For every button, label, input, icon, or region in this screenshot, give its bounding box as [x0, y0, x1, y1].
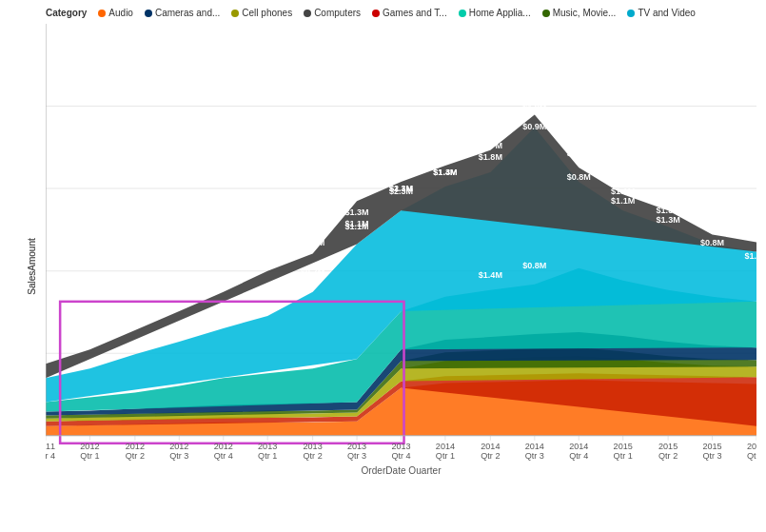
svg-text:2011: 2011: [46, 442, 55, 451]
svg-text:$0.7M: $0.7M: [301, 267, 324, 277]
svg-text:$1.3M: $1.3M: [433, 167, 457, 177]
legend-homeappl: Home Applia...: [459, 8, 531, 18]
svg-text:2015: 2015: [658, 442, 678, 451]
svg-text:Qtr 3: Qtr 3: [525, 451, 544, 461]
svg-text:$1.4M: $1.4M: [567, 148, 591, 158]
music-label: Music, Movie...: [553, 8, 617, 18]
audio-label: Audio: [108, 8, 133, 18]
chart-svg: $1.0M $1.0M $0.7M $0.9M $1.1M $1.3M $1.1…: [46, 24, 756, 474]
svg-text:$1.0M: $1.0M: [123, 313, 147, 323]
cameras-dot: [145, 10, 152, 17]
svg-text:2012: 2012: [126, 442, 145, 451]
svg-text:2012: 2012: [214, 442, 233, 451]
computers-label: Computers: [314, 8, 361, 18]
legend-music: Music, Movie...: [542, 8, 617, 18]
svg-text:Qtr 1: Qtr 1: [258, 451, 277, 461]
svg-text:2015: 2015: [614, 442, 633, 451]
svg-text:Qtr 4: Qtr 4: [391, 451, 410, 461]
svg-text:$1.3M: $1.3M: [657, 215, 680, 225]
games-dot: [372, 10, 380, 17]
svg-text:$2.3M: $2.3M: [389, 184, 413, 193]
svg-text:$1.3M: $1.3M: [344, 207, 368, 217]
chart-legend: Category Audio Cameras and... Cell phone…: [46, 8, 756, 18]
svg-text:$1.1M: $1.1M: [611, 196, 635, 206]
svg-text:2013: 2013: [258, 442, 277, 451]
svg-text:Qtr 3: Qtr 3: [702, 451, 721, 461]
legend-cameras: Cameras and...: [145, 8, 220, 18]
y-axis-label: SalesAmount: [27, 238, 37, 294]
cellphones-dot: [231, 10, 239, 17]
svg-text:2014: 2014: [481, 442, 500, 451]
svg-text:Qtr 3: Qtr 3: [347, 451, 366, 461]
svg-text:2014: 2014: [436, 442, 455, 451]
svg-text:Qtr 4: Qtr 4: [46, 451, 55, 461]
svg-text:$1.8M: $1.8M: [479, 152, 502, 162]
homeappl-label: Home Applia...: [469, 8, 531, 18]
svg-text:$1.3M: $1.3M: [657, 206, 680, 215]
svg-text:2012: 2012: [80, 442, 99, 451]
chart-container: Category Audio Cameras and... Cell phone…: [0, 0, 766, 532]
svg-text:2015: 2015: [702, 442, 721, 451]
svg-text:Qtr 1: Qtr 1: [436, 451, 455, 461]
svg-text:2014: 2014: [569, 442, 588, 451]
x-axis: 2011 Qtr 4 2012 Qtr 1 2012 Qtr 2 2012 Qt…: [46, 436, 756, 461]
svg-text:$0.7M: $0.7M: [211, 275, 235, 285]
svg-text:$1.1M: $1.1M: [301, 238, 324, 247]
computers-dot: [304, 10, 311, 17]
tv-dot: [627, 10, 635, 17]
homeappl-dot: [459, 10, 466, 17]
legend-audio: Audio: [98, 8, 133, 18]
svg-text:$1.1M: $1.1M: [344, 222, 368, 231]
legend-tv: TV and Video: [627, 8, 695, 18]
svg-text:Qtr 4: Qtr 4: [214, 451, 233, 461]
svg-text:2015: 2015: [747, 442, 756, 451]
svg-text:$1.4M: $1.4M: [479, 270, 502, 280]
x-axis-title: OrderDate Quarter: [361, 465, 442, 474]
svg-text:2012: 2012: [169, 442, 188, 451]
svg-text:$0.8M: $0.8M: [700, 238, 724, 247]
svg-text:Qtr 4: Qtr 4: [569, 451, 588, 461]
svg-text:Qtr 2: Qtr 2: [126, 451, 145, 461]
games-label: Games and T...: [383, 8, 447, 18]
category-label: Category: [46, 8, 87, 18]
cameras-label: Cameras and...: [155, 8, 220, 18]
svg-text:$0.9M: $0.9M: [522, 122, 546, 131]
svg-text:$1.5M: $1.5M: [744, 251, 756, 261]
svg-text:$0.9M: $0.9M: [256, 256, 280, 266]
legend-cellphones: Cell phones: [231, 8, 292, 18]
svg-text:$1.9M: $1.9M: [522, 103, 546, 112]
tv-label: TV and Video: [638, 8, 695, 18]
audio-dot: [98, 10, 106, 17]
svg-text:Qtr 2: Qtr 2: [658, 451, 678, 461]
music-dot: [542, 10, 550, 17]
svg-text:$1.1M: $1.1M: [611, 187, 635, 196]
svg-text:2014: 2014: [525, 442, 544, 451]
svg-text:$0.8M: $0.8M: [567, 172, 591, 182]
svg-text:2013: 2013: [304, 442, 323, 451]
svg-text:$0.7M: $0.7M: [479, 141, 502, 150]
legend-computers: Computers: [304, 8, 361, 18]
legend-games: Games and T...: [372, 8, 447, 18]
cellphones-label: Cell phones: [242, 8, 292, 18]
svg-text:2013: 2013: [391, 442, 410, 451]
svg-text:Qtr 2: Qtr 2: [481, 451, 500, 461]
svg-text:2013: 2013: [347, 442, 366, 451]
svg-text:Qtr 3: Qtr 3: [169, 451, 188, 461]
svg-text:$0.8M: $0.8M: [522, 261, 546, 270]
svg-text:Qtr 4: Qtr 4: [747, 451, 756, 461]
svg-text:Qtr 2: Qtr 2: [304, 451, 323, 461]
svg-text:Qtr 1: Qtr 1: [614, 451, 633, 461]
svg-text:Qtr 1: Qtr 1: [80, 451, 99, 461]
